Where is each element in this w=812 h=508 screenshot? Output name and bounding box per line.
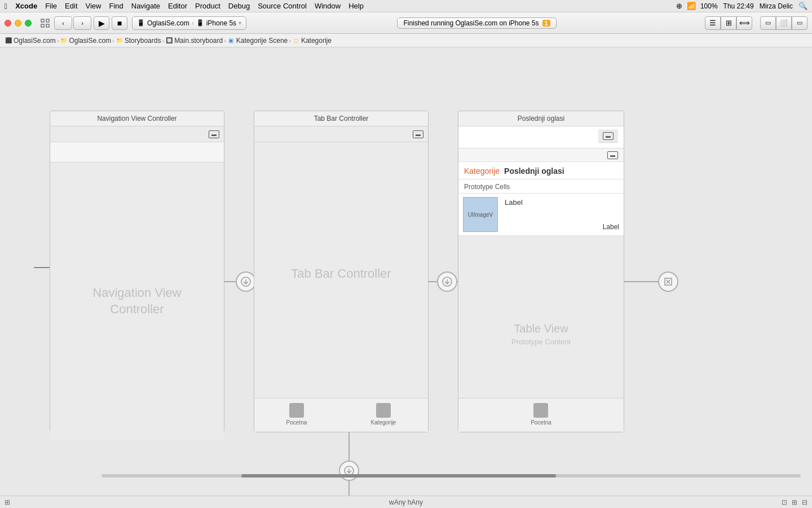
scrollbar-thumb[interactable] [241, 474, 556, 478]
poslednji-scene-title: Poslednji oglasi [458, 111, 624, 126]
zoom-out-icon[interactable]: ⊟ [802, 498, 807, 506]
maximize-button[interactable] [25, 20, 32, 27]
bc-arrow-3: › [162, 37, 164, 44]
segue-connector [339, 432, 359, 496]
kategorije-tab[interactable]: Kategorije [464, 167, 500, 176]
bc-item-5[interactable]: ▣ Kategorije Scene [227, 37, 288, 45]
nav-view-controller-scene[interactable]: Navigation View Controller ▬ Navigation … [50, 111, 224, 432]
conn-line-3 [428, 281, 437, 282]
poslednji-tab-icon [533, 403, 548, 418]
run-button[interactable]: ▶ [94, 16, 109, 30]
scheme-selector[interactable]: 📱 OglasiSe.com › 📱 iPhone 5s ▾ [132, 16, 246, 30]
bc-arrow-2: › [112, 37, 114, 44]
bc-arrow-5: › [289, 37, 291, 44]
poslednji-oglasi-scene[interactable]: Poslednji oglasi ▬ ▬ Kategorije Poslednj… [458, 111, 624, 432]
debug-button[interactable]: ⬜ [776, 16, 792, 30]
tab-connector-icon[interactable] [437, 271, 457, 292]
menu-source-control[interactable]: Source Control [258, 2, 307, 10]
h-scrollbar[interactable] [96, 474, 806, 479]
navigator-button[interactable]: ▭ [760, 16, 776, 30]
bc-item-6[interactable]: ◻ Kategorije [292, 37, 332, 45]
traffic-lights [5, 20, 32, 27]
menu-help[interactable]: Help [348, 2, 364, 10]
bottom-left-icons: ⊞ [5, 498, 10, 506]
right-exit-connector [624, 271, 678, 292]
scheme-separator: › [192, 19, 194, 27]
segue-line-2 [348, 481, 350, 496]
stop-button[interactable]: ■ [112, 16, 127, 30]
close-button[interactable] [5, 20, 11, 27]
zoom-fit-icon[interactable]: ⊡ [782, 498, 787, 506]
assistant-editor-button[interactable]: ⊞ [721, 16, 736, 30]
nav-arrows: ‹ › [54, 16, 91, 30]
forward-button[interactable]: › [73, 16, 91, 30]
airplay-icon: ⊕ [676, 2, 682, 10]
conn-line-1 [224, 281, 236, 282]
right-exit-icon[interactable] [658, 271, 678, 292]
tab-body: Tab Bar Controller [254, 142, 428, 405]
search-icon[interactable]: 🔍 [798, 2, 807, 10]
canvas-area[interactable]: Navigation View Controller ▬ Navigation … [0, 47, 812, 496]
tab-item-kategorije[interactable]: Kategorije [370, 403, 396, 426]
clock: Thu 22:49 [723, 2, 754, 10]
minimize-button[interactable] [15, 20, 21, 27]
standard-editor-button[interactable]: ☰ [705, 16, 721, 30]
size-class-label: wAny hAny [389, 498, 423, 506]
svg-rect-1 [46, 19, 49, 22]
bottom-grid-icon[interactable]: ⊞ [5, 498, 10, 506]
menu-bar:  Xcode File Edit View Find Navigate Edi… [0, 0, 812, 12]
bottom-right-icons: ⊡ ⊞ ⊟ [782, 498, 807, 506]
bc-item-4[interactable]: 🔲 Main.storyboard [165, 37, 223, 45]
zoom-in-icon[interactable]: ⊞ [792, 498, 797, 506]
bc-label-5: Kategorije Scene [236, 37, 288, 45]
tab-bar-controller-scene[interactable]: Tab Bar Controller ▬ Tab Bar Controller … [254, 111, 429, 432]
scrollbar-track [102, 474, 801, 478]
table-view-watermark: Table View [514, 322, 568, 335]
poslednji-tab-item[interactable]: Pocetna [531, 403, 551, 426]
menu-debug[interactable]: Debug [228, 2, 250, 10]
bc-item-1[interactable]: ⬛ OglasiSe.com [5, 37, 56, 45]
back-button[interactable]: ‹ [54, 16, 72, 30]
bc-item-2[interactable]: 📁 OglasiSe.com [60, 37, 111, 45]
storyboard-canvas[interactable]: Navigation View Controller ▬ Navigation … [0, 47, 812, 496]
inner-status-bar: ▬ [458, 148, 624, 162]
version-editor-button[interactable]: ⟺ [736, 16, 752, 30]
editor-view-group: ☰ ⊞ ⟺ [705, 16, 752, 30]
bc-label-6: Kategorije [301, 37, 332, 45]
poslednji-tab[interactable]: Poslednji oglasi [504, 167, 564, 176]
menu-view[interactable]: View [86, 2, 102, 10]
inspector-button[interactable]: ▭ [792, 16, 807, 30]
grid-icon[interactable] [38, 16, 52, 30]
nav-status-bar: ▬ [50, 126, 224, 142]
uiimageview-box: UIImageV [463, 197, 498, 232]
menu-navigate[interactable]: Navigate [131, 2, 160, 10]
chevron-down-icon: ▾ [239, 20, 241, 26]
svg-rect-2 [41, 24, 44, 27]
scheme-project-label: OglasiSe.com [147, 19, 189, 27]
menu-file[interactable]: File [45, 2, 57, 10]
svg-rect-0 [41, 19, 44, 22]
bc-icon-2: 📁 [60, 37, 68, 45]
scheme-device-icon: 📱 [196, 19, 204, 27]
menu-xcode[interactable]: Xcode [15, 2, 37, 10]
wifi-icon: 📶 [687, 2, 696, 10]
prototype-cell-row[interactable]: UIImageV Label Label [458, 194, 624, 236]
bc-arrow-1: › [57, 37, 59, 44]
battery-level: 100% [700, 2, 718, 10]
entry-line [34, 267, 51, 268]
tab-item-pocetna[interactable]: Pocetna [286, 403, 307, 426]
nav-body: Navigation View Controller [50, 163, 224, 440]
menu-editor[interactable]: Editor [168, 2, 187, 10]
nav-connector-icon[interactable] [236, 271, 256, 292]
menu-find[interactable]: Find [109, 2, 123, 10]
warning-badge[interactable]: 1 [542, 20, 550, 27]
menu-product[interactable]: Product [195, 2, 220, 10]
poslednji-status-bar: ▬ [598, 129, 618, 143]
menu-window[interactable]: Window [315, 2, 341, 10]
bc-label-4: Main.storyboard [174, 37, 223, 45]
status-text: Finished running OglasiSe.com on iPhone … [403, 19, 539, 27]
menu-edit[interactable]: Edit [65, 2, 77, 10]
menubar-right: ⊕ 📶 100% Thu 22:49 Mirza Delic 🔍 [676, 2, 807, 10]
bc-item-3[interactable]: 📁 Storyboards [116, 37, 161, 45]
apple-menu[interactable]:  [5, 2, 7, 11]
